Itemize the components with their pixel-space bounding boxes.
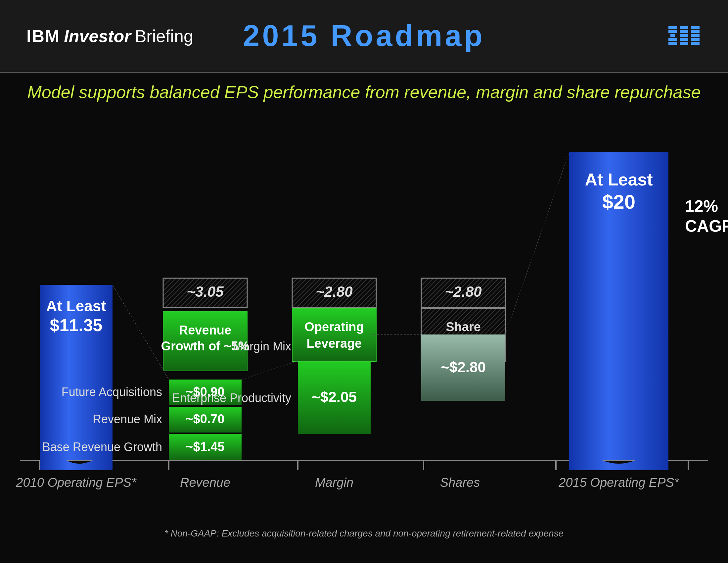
rev-mix-label: ~$0.70: [186, 412, 224, 426]
connector-1: [113, 285, 169, 380]
margin-mix-row-label: Margin Mix: [233, 340, 291, 353]
future-acq-row-label: Future Acquisitions: [62, 385, 162, 399]
right-bar-line2: $20: [602, 191, 635, 213]
svg-rect-0: [668, 26, 677, 29]
ibm-investor-briefing-logo: IBM Investor Briefing: [26, 26, 193, 46]
base-rev-label: ~$1.45: [186, 440, 224, 454]
slide-title: 2015 Roadmap: [243, 19, 485, 53]
col-label-5: 2015 Operating EPS*: [558, 476, 679, 490]
svg-rect-6: [680, 30, 688, 33]
left-bar-line2: $11.35: [50, 316, 102, 335]
sh-value-label: ~$2.80: [441, 359, 486, 375]
svg-rect-1: [668, 30, 677, 33]
revenue-header-line1: Revenue: [179, 323, 231, 337]
op-lev-green-box: [292, 309, 376, 362]
col-label-3: Margin: [315, 476, 353, 490]
svg-rect-5: [680, 26, 688, 29]
svg-rect-2: [670, 34, 675, 37]
ent-prod-row-label: Enterprise Productivity: [172, 391, 291, 405]
ibm-right-logo-icon: [668, 26, 708, 46]
svg-rect-4: [668, 42, 677, 45]
svg-rect-9: [680, 42, 688, 45]
investor-label: Investor: [64, 26, 131, 46]
col-label-2: Revenue: [180, 476, 230, 490]
rev-top-label: ~3.05: [187, 284, 224, 300]
svg-rect-13: [691, 38, 700, 41]
footnote: * Non-GAAP: Excludes acquisition-related…: [164, 528, 564, 539]
connector-2: [242, 361, 298, 380]
main-chart: At Least $11.35 ~$1.45 ~$0.70 ~$0.90 Rev…: [0, 103, 728, 546]
sh-top-label: ~2.80: [445, 284, 482, 300]
sh-header-line1: Share: [446, 320, 481, 334]
rev-mix-row-label: Revenue Mix: [93, 412, 162, 426]
header: IBM Investor Briefing 2015 Roadmap: [0, 0, 728, 73]
svg-rect-8: [680, 38, 688, 41]
right-bar-line1: At Least: [585, 170, 653, 189]
op-lev-line2: Leverage: [307, 337, 362, 351]
svg-rect-10: [691, 26, 700, 29]
svg-rect-11: [691, 30, 700, 33]
op-lev-line1: Operating: [304, 320, 364, 334]
cagr-label-line1: 12%: [685, 197, 718, 215]
ent-prod-label: ~$2.05: [312, 389, 357, 405]
svg-rect-12: [691, 34, 700, 37]
col-label-4: Shares: [440, 476, 480, 490]
col-label-1: 2010 Operating EPS*: [16, 476, 137, 490]
op-top-label: ~2.80: [316, 284, 353, 300]
briefing-label: Briefing: [135, 26, 193, 46]
connector-4: [505, 152, 569, 335]
svg-rect-14: [691, 42, 700, 45]
ibm-label: IBM: [26, 26, 60, 46]
left-bar-line1: At Least: [46, 298, 106, 315]
cagr-label-line2: CAGR: [685, 217, 728, 235]
svg-rect-7: [680, 34, 688, 37]
base-rev-row-label: Base Revenue Growth: [42, 440, 162, 454]
svg-rect-3: [668, 38, 677, 41]
